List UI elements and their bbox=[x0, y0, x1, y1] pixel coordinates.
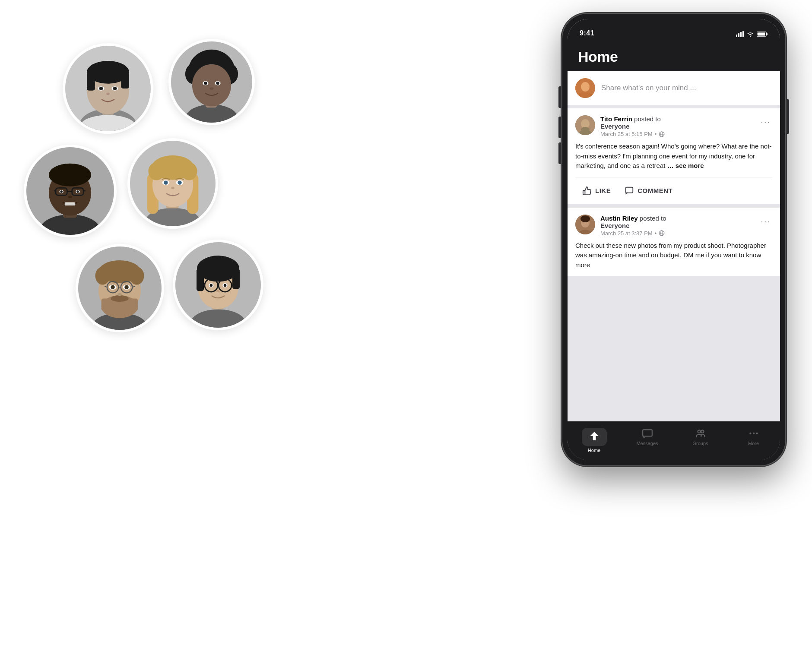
avatars-section bbox=[0, 0, 294, 475]
svg-point-52 bbox=[181, 162, 197, 180]
svg-rect-83 bbox=[197, 269, 204, 291]
svg-rect-121 bbox=[593, 436, 596, 440]
wifi-icon bbox=[746, 31, 754, 37]
more-icon bbox=[748, 428, 759, 439]
globe-icon-1 bbox=[659, 131, 665, 137]
compose-placeholder[interactable]: Share what's on your mind ... bbox=[601, 84, 772, 92]
feed-area: Share what's on your mind ... bbox=[568, 71, 780, 443]
comment-icon bbox=[625, 186, 634, 196]
bottom-nav: Home Messages bbox=[568, 421, 780, 460]
nav-home-bg bbox=[582, 428, 607, 446]
nav-groups-label: Groups bbox=[692, 441, 708, 446]
svg-rect-112 bbox=[626, 187, 633, 193]
post-card-2: Austin Riley posted toEveryone March 25 … bbox=[568, 208, 780, 276]
svg-point-26 bbox=[216, 82, 219, 85]
groups-icon bbox=[695, 428, 706, 439]
svg-point-93 bbox=[224, 284, 227, 287]
post-2-avatar bbox=[575, 215, 595, 234]
avatar-person-2 bbox=[168, 39, 255, 125]
post-1-actions: LIKE COMMENT bbox=[568, 177, 780, 204]
nav-item-groups[interactable]: Groups bbox=[674, 426, 727, 448]
phone-shell: 9:41 bbox=[561, 13, 786, 466]
svg-point-127 bbox=[752, 433, 754, 434]
svg-point-57 bbox=[171, 187, 174, 190]
svg-point-103 bbox=[581, 82, 590, 92]
avatar-person-1 bbox=[63, 43, 153, 134]
svg-point-10 bbox=[113, 87, 117, 90]
globe-icon-2 bbox=[659, 230, 665, 236]
nav-item-home[interactable]: Home bbox=[568, 426, 621, 455]
svg-point-25 bbox=[204, 82, 207, 85]
post-2-date: March 25 at 3:37 PM • bbox=[600, 230, 754, 237]
svg-point-55 bbox=[164, 180, 168, 184]
nav-item-messages[interactable]: Messages bbox=[621, 426, 674, 448]
phone-screen: 9:41 bbox=[568, 19, 780, 460]
svg-point-32 bbox=[49, 164, 91, 186]
svg-point-51 bbox=[148, 162, 165, 180]
svg-point-63 bbox=[95, 267, 110, 284]
like-button[interactable]: LIKE bbox=[575, 183, 618, 199]
svg-point-92 bbox=[210, 284, 213, 287]
post-2-header: Austin Riley posted toEveryone March 25 … bbox=[568, 208, 780, 241]
status-time: 9:41 bbox=[580, 29, 594, 37]
avatar-person-4 bbox=[127, 138, 218, 229]
svg-point-125 bbox=[701, 430, 704, 433]
svg-point-41 bbox=[76, 190, 79, 193]
post-2-body: Check out these new photos from my produ… bbox=[568, 241, 780, 276]
svg-rect-6 bbox=[121, 72, 129, 88]
svg-rect-96 bbox=[738, 33, 739, 37]
svg-point-77 bbox=[117, 293, 121, 296]
svg-point-126 bbox=[749, 433, 751, 434]
compose-card[interactable]: Share what's on your mind ... bbox=[568, 71, 780, 105]
post-card-1: Tito Ferrin posted toEveryone March 25 a… bbox=[568, 108, 780, 204]
nav-more-label: More bbox=[748, 441, 759, 446]
compose-avatar bbox=[575, 78, 595, 98]
svg-point-117 bbox=[580, 215, 590, 222]
avatar-person-6 bbox=[173, 240, 263, 330]
svg-point-27 bbox=[209, 87, 213, 90]
svg-rect-97 bbox=[740, 32, 742, 37]
svg-point-128 bbox=[756, 433, 758, 434]
svg-point-69 bbox=[111, 285, 114, 289]
svg-point-64 bbox=[130, 267, 144, 284]
app-content: Home Share what's on your mind bbox=[568, 41, 780, 460]
svg-point-94 bbox=[216, 290, 220, 292]
comment-button[interactable]: COMMENT bbox=[618, 183, 679, 199]
svg-point-70 bbox=[124, 285, 128, 289]
svg-rect-95 bbox=[736, 35, 737, 37]
home-icon bbox=[589, 430, 600, 442]
svg-point-22 bbox=[192, 64, 231, 107]
signal-icon bbox=[736, 31, 744, 37]
svg-point-108 bbox=[581, 127, 590, 132]
svg-point-124 bbox=[698, 430, 701, 433]
phone-notch bbox=[644, 19, 704, 33]
post-1-see-more[interactable]: … see more bbox=[667, 162, 704, 169]
post-2-meta: Austin Riley posted toEveryone March 25 … bbox=[600, 215, 754, 237]
app-header: Home bbox=[568, 41, 780, 71]
post-1-body: It's conference season again! Who's goin… bbox=[568, 142, 780, 177]
messages-icon bbox=[642, 428, 653, 439]
post-2-author: Austin Riley posted toEveryone bbox=[600, 215, 754, 229]
svg-rect-101 bbox=[766, 33, 768, 35]
svg-rect-84 bbox=[232, 269, 240, 289]
post-1-date: March 25 at 5:15 PM • bbox=[600, 131, 754, 137]
avatar-person-3 bbox=[24, 145, 117, 237]
status-icons bbox=[736, 31, 768, 37]
svg-point-76 bbox=[111, 295, 128, 302]
post-1-more-button[interactable]: ··· bbox=[759, 115, 772, 129]
post-1-header: Tito Ferrin posted toEveryone March 25 a… bbox=[568, 108, 780, 142]
svg-point-40 bbox=[60, 190, 63, 193]
avatar-person-5 bbox=[76, 244, 164, 332]
svg-point-42 bbox=[68, 196, 72, 198]
svg-rect-5 bbox=[87, 72, 95, 90]
post-1-meta: Tito Ferrin posted toEveryone March 25 a… bbox=[600, 115, 754, 137]
nav-item-more[interactable]: More bbox=[727, 426, 780, 448]
svg-point-9 bbox=[99, 87, 103, 90]
post-1-author: Tito Ferrin posted toEveryone bbox=[600, 115, 754, 130]
post-2-more-button[interactable]: ··· bbox=[759, 215, 772, 228]
svg-rect-100 bbox=[758, 33, 765, 36]
svg-rect-122 bbox=[643, 430, 652, 436]
nav-home-label: Home bbox=[588, 448, 600, 453]
like-icon bbox=[582, 186, 592, 196]
phone-device: 9:41 bbox=[561, 13, 786, 466]
